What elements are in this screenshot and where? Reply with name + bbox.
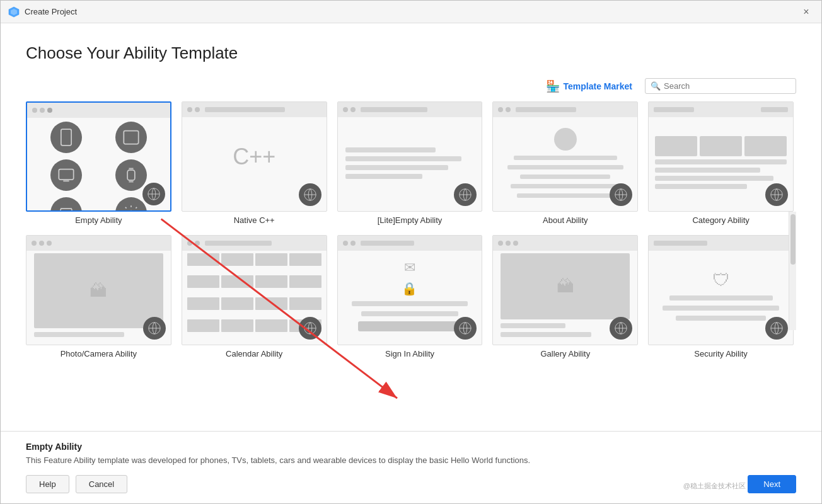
template-label-signin-ability: Sign In Ability — [385, 349, 434, 358]
templates-grid: Empty Ability C++ Native C++ — [26, 101, 796, 358]
template-card-native-cpp[interactable]: C++ Native C++ — [182, 101, 327, 225]
footer-title: Empty Ability — [26, 442, 796, 452]
app-icon — [8, 6, 20, 18]
next-button[interactable]: Next — [748, 475, 796, 493]
template-card-gallery-ability[interactable]: 🏔 Gallery Ability — [492, 235, 638, 358]
tv-icon — [50, 159, 82, 191]
template-label-calendar-ability: Calendar Ability — [226, 349, 282, 358]
template-thumb-native-cpp: C++ — [182, 101, 327, 212]
search-input[interactable] — [664, 81, 790, 91]
scrollbar-thumb[interactable] — [790, 214, 796, 265]
template-label-empty-ability: Empty Ability — [75, 215, 122, 225]
multi-device-badge — [142, 183, 165, 205]
search-icon: 🔍 — [651, 81, 661, 91]
close-button[interactable]: × — [799, 4, 814, 20]
settings-icon — [115, 197, 147, 212]
title-bar: Create Project × — [1, 1, 821, 23]
calendar-device-badge — [299, 317, 321, 340]
svg-rect-6 — [59, 169, 74, 180]
lite-device-badge — [454, 183, 477, 206]
template-card-photo-ability[interactable]: 🏔 Photo/Camera Ability — [26, 235, 171, 358]
template-thumb-lite-empty — [337, 101, 483, 212]
toolbar: 🏪 Template Market 🔍 — [26, 78, 796, 94]
page-title: Choose Your Ability Template — [26, 43, 796, 63]
template-card-calendar-ability[interactable]: Calendar Ability — [182, 235, 327, 358]
watermark: @稳土掘金技术社区 — [683, 481, 746, 491]
phone-icon — [50, 122, 82, 153]
cancel-button[interactable]: Cancel — [76, 475, 127, 493]
template-label-lite-empty: [Lite]Empty Ability — [378, 215, 443, 225]
template-market-label: Template Market — [564, 81, 632, 91]
scrollbar-track[interactable] — [789, 212, 796, 330]
template-thumb-photo-ability: 🏔 — [26, 235, 171, 345]
footer-left-buttons: Help Cancel — [26, 475, 127, 493]
gallery-device-badge — [610, 317, 632, 340]
security-device-badge — [765, 317, 788, 340]
template-label-gallery-ability: Gallery Ability — [540, 349, 590, 358]
template-card-category-ability[interactable]: Category Ability — [648, 101, 794, 225]
search-box: 🔍 — [645, 78, 796, 94]
title-bar-left: Create Project — [8, 6, 77, 18]
footer: Empty Ability This Feature Ability templ… — [1, 431, 821, 503]
footer-description: This Feature Ability template was develo… — [26, 455, 796, 465]
template-label-category-ability: Category Ability — [692, 215, 749, 225]
template-card-about-ability[interactable]: About Ability — [492, 101, 638, 225]
car-icon — [50, 197, 82, 212]
template-label-about-ability: About Ability — [543, 215, 588, 225]
cpp-device-badge — [299, 183, 321, 206]
svg-point-13 — [129, 211, 133, 212]
template-thumb-empty-ability — [26, 101, 171, 212]
footer-buttons: Help Cancel Next — [26, 475, 796, 493]
template-card-lite-empty[interactable]: [Lite]Empty Ability — [337, 101, 483, 225]
template-thumb-gallery-ability: 🏔 — [492, 235, 638, 345]
template-market-button[interactable]: 🏪 Template Market — [546, 79, 632, 93]
watch-icon — [115, 159, 147, 191]
help-button[interactable]: Help — [26, 475, 69, 493]
main-content: Choose Your Ability Template 🏪 Template … — [1, 23, 821, 431]
svg-rect-2 — [61, 129, 71, 146]
window-title: Create Project — [25, 7, 77, 16]
template-thumb-security-ability: 🛡 — [648, 235, 794, 345]
photo-device-badge — [143, 317, 166, 340]
about-device-badge — [610, 183, 632, 206]
template-label-native-cpp: Native C++ — [234, 215, 275, 225]
main-window: Create Project × Choose Your Ability Tem… — [0, 0, 822, 504]
cpp-icon: C++ — [233, 144, 275, 170]
market-icon: 🏪 — [546, 79, 560, 93]
tablet-icon — [115, 122, 147, 153]
template-card-signin-ability[interactable]: ✉ 🔒 Sign In Ability — [337, 235, 483, 358]
template-thumb-about-ability — [492, 101, 638, 212]
template-thumb-category-ability — [648, 101, 794, 212]
svg-rect-8 — [127, 170, 135, 180]
template-thumb-calendar-ability — [182, 235, 327, 345]
svg-rect-4 — [124, 131, 138, 144]
template-card-empty-ability[interactable]: Empty Ability — [26, 101, 171, 225]
template-thumb-signin-ability: ✉ 🔒 — [337, 235, 483, 345]
template-label-photo-ability: Photo/Camera Ability — [61, 349, 137, 358]
template-card-security-ability[interactable]: 🛡 Security Ability — [648, 235, 794, 358]
selected-template-title: Empty Ability This Feature Ability templ… — [26, 442, 796, 465]
category-device-badge — [765, 183, 788, 206]
template-label-security-ability: Security Ability — [694, 349, 748, 358]
